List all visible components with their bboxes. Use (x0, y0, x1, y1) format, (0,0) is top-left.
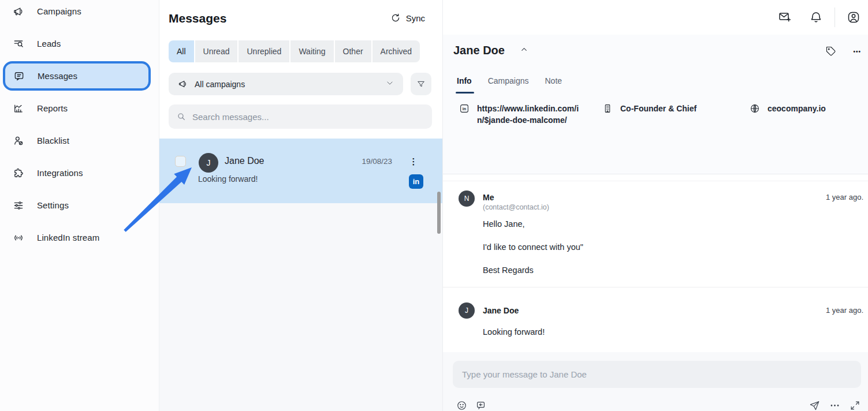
messages-panel-title: Messages (169, 12, 226, 25)
sidebar-item-integrations[interactable]: Integrations (0, 158, 159, 188)
filter-tab-archived[interactable]: Archived (372, 40, 420, 62)
expand-button[interactable] (849, 399, 860, 411)
sidebar-item-label: Campaigns (37, 6, 81, 16)
contact-name: Jane Doe (453, 44, 505, 57)
globe-icon (750, 103, 760, 114)
smiley-icon (456, 400, 467, 411)
sidebar-item-label: Reports (37, 103, 68, 113)
message-composer (443, 352, 868, 411)
message-body-line: Hello Jane, (483, 219, 525, 229)
filter-tab-other[interactable]: Other (335, 40, 371, 62)
filter-tab-unread[interactable]: Unread (195, 40, 238, 62)
kebab-menu-icon[interactable]: ⋮ (408, 155, 419, 167)
sliders-icon (13, 200, 24, 211)
tag-icon (826, 46, 836, 57)
notifications-button[interactable] (809, 10, 824, 25)
svg-text:in: in (463, 107, 466, 111)
profile-button[interactable] (846, 10, 861, 25)
sidebar: Campaigns Leads Messages Reports (0, 0, 159, 411)
message-filter-tabs: All Unread Unreplied Waiting Other Archi… (169, 40, 420, 62)
tag-button[interactable] (826, 46, 836, 59)
sync-label: Sync (406, 13, 425, 23)
megaphone-icon (13, 6, 24, 17)
filter-tab-all[interactable]: All (169, 40, 194, 62)
template-reply-icon (475, 400, 486, 411)
chevron-up-icon (520, 45, 528, 54)
message-timestamp: 1 year ago. (826, 193, 863, 201)
conversation-detail-panel: Jane Doe ••• Info Campaigns Note in (442, 0, 868, 411)
app-window: Campaigns Leads Messages Reports (0, 0, 868, 411)
avatar: J (199, 153, 218, 173)
message-sender-email: (contact@contact.io) (483, 203, 549, 211)
position-value: Co-Founder & Chief (620, 103, 696, 114)
filter-tab-waiting[interactable]: Waiting (290, 40, 333, 62)
sidebar-item-settings[interactable]: Settings (0, 190, 159, 220)
sidebar-item-leads[interactable]: Leads (0, 29, 159, 58)
conversation-list-item[interactable]: J Jane Doe 19/08/23 ⋮ Looking forward! i… (159, 139, 442, 203)
refresh-icon (390, 13, 401, 23)
send-button[interactable] (809, 399, 820, 411)
campaign-filter-dropdown[interactable]: All campaigns (169, 73, 403, 95)
message-body-line: I'd like to connect with you" (483, 242, 583, 252)
thread-divider (443, 287, 868, 287)
position-field: Co-Founder & Chief (602, 103, 696, 114)
sidebar-item-label: Messages (38, 71, 77, 81)
thread-divider (443, 181, 868, 181)
chart-icon (13, 103, 24, 114)
message-thread: N Me (contact@contact.io) 1 year ago. He… (443, 174, 868, 352)
sync-button[interactable]: Sync (390, 13, 425, 23)
broadcast-icon (13, 232, 24, 244)
conversation-checkbox[interactable] (175, 156, 186, 167)
conversation-name: Jane Doe (225, 156, 265, 166)
contact-info-section: Jane Doe ••• Info Campaigns Note in (443, 35, 868, 174)
expand-icon (850, 400, 860, 411)
template-button[interactable] (475, 399, 486, 411)
conversation-preview: Looking forward! (198, 174, 258, 184)
sidebar-item-label: LinkedIn stream (37, 233, 99, 242)
bell-icon (809, 10, 823, 24)
sidebar-item-label: Settings (37, 200, 69, 210)
messages-list-panel: Messages Sync All Unread Unreplied Waiti… (159, 0, 442, 411)
linkedin-outline-icon: in (459, 103, 470, 114)
new-mail-button[interactable] (777, 10, 792, 25)
contact-tabs: Info Campaigns Note (457, 76, 562, 94)
top-toolbar (443, 0, 868, 35)
campaign-filter-value: All campaigns (195, 80, 245, 89)
tab-note[interactable]: Note (545, 76, 562, 94)
tab-info[interactable]: Info (457, 76, 472, 94)
linkedin-badge-icon: in (409, 174, 423, 189)
mail-plus-icon (778, 10, 792, 24)
composer-more-button[interactable] (829, 399, 840, 411)
avatar: N (459, 190, 475, 207)
chevron-down-icon (386, 79, 394, 89)
sidebar-item-campaigns[interactable]: Campaigns (0, 0, 159, 26)
puzzle-icon (13, 167, 24, 179)
emoji-button[interactable] (456, 399, 467, 411)
message-input[interactable] (453, 361, 861, 388)
linkedin-url-field[interactable]: in https://www.linkedin.com/in/$jande-do… (459, 103, 586, 126)
contact-more-button[interactable]: ••• (853, 48, 861, 55)
sidebar-item-label: Blacklist (37, 136, 69, 145)
conversation-date: 19/08/23 (362, 157, 392, 166)
sidebar-item-linkedin-stream[interactable]: LinkedIn stream (0, 223, 159, 252)
linkedin-url-value: https://www.linkedin.com/in/$jande-doe-m… (477, 103, 586, 126)
funnel-icon (416, 80, 426, 89)
sidebar-item-blacklist[interactable]: Blacklist (0, 126, 159, 155)
user-profile-icon (847, 10, 860, 24)
search-messages-box (169, 104, 432, 129)
message-timestamp: 1 year ago. (826, 306, 863, 315)
collapse-contact-button[interactable] (520, 45, 528, 56)
tab-campaigns[interactable]: Campaigns (488, 76, 529, 94)
sidebar-item-reports[interactable]: Reports (0, 94, 159, 123)
website-field[interactable]: ceocompany.io (750, 103, 826, 114)
list-scrollbar[interactable] (437, 192, 441, 234)
user-block-icon (13, 135, 24, 147)
filter-tab-unreplied[interactable]: Unreplied (239, 40, 289, 62)
message-body-line: Best Regards (483, 266, 534, 275)
toolbar-divider (835, 8, 835, 27)
avatar: J (459, 302, 475, 319)
website-value: ceocompany.io (768, 103, 826, 114)
search-messages-input[interactable] (192, 112, 412, 122)
advanced-filter-button[interactable] (411, 73, 431, 95)
sidebar-item-messages[interactable]: Messages (3, 61, 151, 91)
